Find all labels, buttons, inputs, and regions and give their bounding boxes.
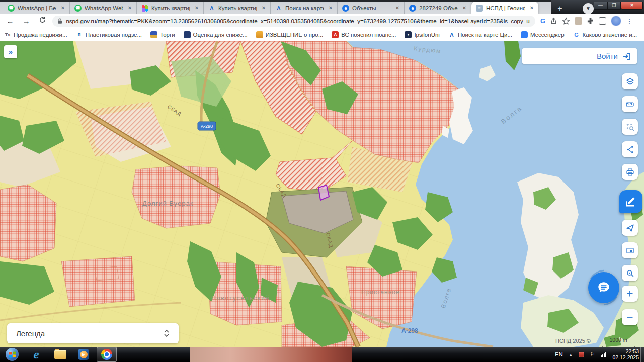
share-icon — [626, 145, 634, 154]
login-button[interactable]: Войти — [522, 48, 637, 64]
windows-logo-icon — [6, 348, 19, 361]
extension-icon[interactable] — [599, 17, 606, 25]
tab-close-icon[interactable]: ✕ — [528, 5, 535, 12]
profile-avatar[interactable] — [611, 16, 621, 26]
tab-avito[interactable]: Купить квартиру д✕ — [137, 2, 204, 14]
bookmark-item[interactable]: ΛПоиск на карте Ци... — [448, 31, 512, 38]
tray-expand-icon[interactable]: ▲ — [569, 353, 573, 356]
share-icon[interactable] — [550, 17, 557, 25]
whatsapp-icon: ☎ — [8, 5, 15, 12]
area-search-button[interactable] — [622, 119, 638, 135]
bookmarks-bar: ТлПродажа недвижи... пПластиковая подзе.… — [0, 28, 644, 41]
browser-toolbar: ← → nspd.gov.ru/map?thematic=PKK&zoom=13… — [0, 14, 644, 28]
measure-button[interactable] — [622, 96, 638, 112]
map-viewport[interactable]: А-298 Долгий Буерак Курдюм Волга Волга Н… — [0, 41, 644, 347]
map-canvas[interactable]: А-298 Долгий Буерак Курдюм Волга Волга Н… — [0, 41, 644, 347]
tab-close-icon[interactable]: ✕ — [260, 5, 267, 12]
media-player-button[interactable]: ▶ — [73, 347, 94, 362]
bookmark-item[interactable]: пПластиковая подзе... — [76, 31, 142, 38]
tab-search-button[interactable]: ▼ — [583, 3, 594, 14]
bookmark-icon — [521, 31, 528, 38]
chat-fab-button[interactable] — [588, 272, 619, 303]
extensions-puzzle-icon[interactable] — [587, 17, 594, 25]
internet-explorer-button[interactable]: e — [26, 347, 46, 362]
language-indicator[interactable]: EN — [555, 351, 562, 357]
browser-tab-strip: ☎WhatsApp | Беспла✕ ☎WhatsApp Web✕ Купит… — [0, 0, 644, 14]
bookmark-item[interactable]: Оценка для сниже... — [184, 31, 248, 38]
layers-button[interactable] — [622, 73, 638, 89]
map-attribution: НСПД 2025 © — [555, 338, 591, 344]
extension-icon[interactable] — [575, 17, 582, 25]
address-bar[interactable]: nspd.gov.ru/map?thematic=PKK&zoom=13.238… — [52, 16, 535, 27]
bookmark-item[interactable]: ▼IpsilonUni — [405, 31, 440, 38]
legend-collapse-icon — [164, 329, 170, 337]
bookmark-item[interactable]: ТлПродажа недвижи... — [4, 31, 67, 38]
tab-cian-map[interactable]: ΛПоиск на карте Ци✕ — [271, 2, 338, 14]
back-button[interactable]: ← — [4, 15, 16, 27]
browser-menu-button[interactable]: ⋮ — [626, 17, 633, 25]
tab-close-icon[interactable]: ✕ — [461, 5, 468, 12]
bookmark-item[interactable]: Мессенджер — [521, 31, 565, 38]
folder-icon — [54, 350, 66, 359]
whatsapp-icon: ☎ — [74, 5, 82, 12]
taskbar-thumbnail-strip — [190, 347, 352, 362]
tab-objects[interactable]: eОбъекты✕ — [338, 2, 405, 14]
ruler-icon — [625, 100, 634, 109]
tab-whatsapp[interactable]: ☎WhatsApp | Беспла✕ — [3, 2, 70, 14]
bookmark-item[interactable]: Торги — [150, 31, 175, 38]
print-button[interactable] — [622, 164, 638, 180]
sidebar-expand-button[interactable]: » — [4, 45, 17, 58]
reload-button[interactable] — [36, 15, 48, 27]
tab-nspd-active[interactable]: ≡НСПД | Геоинформ✕ — [471, 2, 538, 14]
windows-taskbar: e ▶ EN ▲ ⚐ 22:53 02.12.2025 — [0, 347, 644, 362]
file-explorer-button[interactable] — [50, 347, 70, 362]
tab-close-icon[interactable]: ✕ — [59, 5, 66, 12]
action-center-flag-icon[interactable]: ⚐ — [590, 351, 595, 358]
site-icon: e — [409, 5, 416, 12]
bookmark-icon — [256, 31, 263, 38]
map-search-button[interactable] — [622, 265, 638, 281]
zoom-out-button[interactable] — [622, 309, 638, 325]
new-tab-button[interactable]: + — [554, 3, 566, 14]
tab-close-icon[interactable]: ✕ — [327, 5, 334, 12]
draw-icon — [625, 196, 637, 208]
google-icon[interactable]: G — [540, 17, 545, 25]
draw-tool-button-active[interactable] — [619, 190, 642, 213]
window-close-button[interactable]: ✕ — [621, 2, 643, 10]
reload-icon — [39, 16, 46, 24]
share-map-button[interactable] — [622, 141, 638, 157]
show-desktop-button[interactable] — [640, 347, 644, 362]
bookmark-icon: п — [76, 31, 83, 38]
legend-label: Легенда — [16, 329, 45, 338]
bookmark-star-icon[interactable] — [562, 17, 570, 25]
tray-app-icon[interactable] — [579, 352, 584, 357]
locate-button[interactable] — [622, 220, 638, 236]
tab-whatsapp-web[interactable]: ☎WhatsApp Web✕ — [70, 2, 137, 14]
chrome-taskbar-button-active[interactable] — [97, 347, 117, 362]
window-minimize-button[interactable]: — — [594, 2, 607, 10]
bookmark-item[interactable]: АВС пояснил нюанс... — [332, 31, 396, 38]
system-clock[interactable]: 22:53 02.12.2025 — [612, 348, 640, 360]
search-location-icon — [626, 269, 634, 278]
label-a298: А-298 — [401, 327, 418, 334]
tab-close-icon[interactable]: ✕ — [394, 5, 401, 12]
login-icon — [622, 52, 631, 60]
start-button[interactable] — [2, 347, 22, 362]
legend-dropdown[interactable]: Легенда — [7, 323, 179, 343]
window-restore-button[interactable]: ❐ — [607, 2, 621, 10]
zoom-in-button[interactable] — [622, 286, 638, 302]
media-player-icon: ▶ — [78, 349, 89, 360]
bookmark-item[interactable]: ИЗВЕЩЕНИЕ о про... — [256, 31, 324, 38]
avito-icon — [141, 5, 148, 12]
tab-object-2827249[interactable]: e2827249 Объект✕ — [405, 2, 471, 14]
print-icon — [626, 168, 634, 176]
label-dolgiy-buerak: Долгий Буерак — [142, 200, 193, 207]
site-icon: e — [342, 5, 349, 12]
forward-button[interactable]: → — [20, 15, 32, 27]
tab-close-icon[interactable]: ✕ — [126, 5, 133, 12]
tab-cian-flat[interactable]: ΛКупить квартиру в✕ — [204, 2, 271, 14]
network-signal-icon[interactable] — [601, 352, 606, 357]
tab-close-icon[interactable]: ✕ — [193, 5, 200, 12]
bookmark-item[interactable]: GКаково значение и... — [573, 31, 637, 38]
minimap-button[interactable] — [622, 242, 638, 258]
